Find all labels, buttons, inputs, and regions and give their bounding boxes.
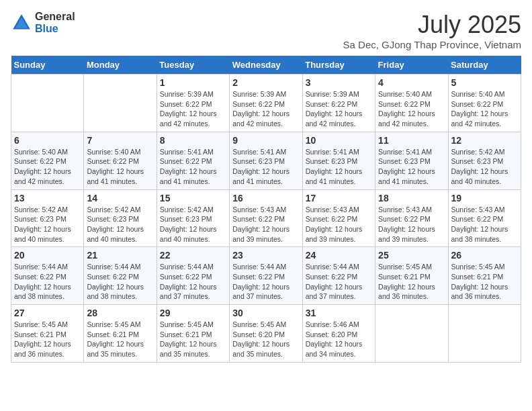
day-info: Sunrise: 5:39 AMSunset: 6:22 PMDaylight:… bbox=[306, 89, 372, 129]
day-info: Sunrise: 5:42 AMSunset: 6:23 PMDaylight:… bbox=[14, 205, 81, 244]
day-number: 8 bbox=[160, 135, 226, 146]
day-number: 28 bbox=[87, 308, 153, 318]
header-sunday: Sunday bbox=[11, 56, 84, 75]
header-saturday: Saturday bbox=[448, 56, 521, 75]
day-info: Sunrise: 5:41 AMSunset: 6:22 PMDaylight:… bbox=[160, 147, 226, 187]
day-info: Sunrise: 5:43 AMSunset: 6:22 PMDaylight:… bbox=[378, 205, 445, 244]
table-cell: 15Sunrise: 5:42 AMSunset: 6:23 PMDayligh… bbox=[157, 189, 229, 247]
day-info: Sunrise: 5:39 AMSunset: 6:22 PMDaylight:… bbox=[160, 89, 226, 129]
day-info: Sunrise: 5:41 AMSunset: 6:23 PMDaylight:… bbox=[232, 147, 299, 187]
table-cell: 14Sunrise: 5:42 AMSunset: 6:23 PMDayligh… bbox=[84, 189, 157, 247]
week-row-5: 27Sunrise: 5:45 AMSunset: 6:21 PMDayligh… bbox=[11, 305, 521, 363]
header-tuesday: Tuesday bbox=[157, 56, 229, 75]
location-title: Sa Dec, GJong Thap Province, Vietnam bbox=[343, 39, 521, 50]
table-cell bbox=[375, 305, 448, 363]
day-number: 2 bbox=[232, 77, 299, 88]
day-number: 19 bbox=[451, 193, 518, 203]
logo: General Blue bbox=[11, 11, 75, 34]
day-number: 16 bbox=[232, 193, 299, 203]
page-header: General Blue July 2025 Sa Dec, GJong Tha… bbox=[11, 11, 521, 50]
day-info: Sunrise: 5:43 AMSunset: 6:22 PMDaylight:… bbox=[451, 205, 518, 244]
day-info: Sunrise: 5:45 AMSunset: 6:21 PMDaylight:… bbox=[378, 262, 445, 302]
day-info: Sunrise: 5:46 AMSunset: 6:20 PMDaylight:… bbox=[306, 320, 372, 359]
day-info: Sunrise: 5:44 AMSunset: 6:22 PMDaylight:… bbox=[87, 262, 153, 302]
table-cell: 19Sunrise: 5:43 AMSunset: 6:22 PMDayligh… bbox=[448, 189, 521, 247]
table-cell: 29Sunrise: 5:45 AMSunset: 6:21 PMDayligh… bbox=[157, 305, 229, 363]
table-cell: 18Sunrise: 5:43 AMSunset: 6:22 PMDayligh… bbox=[375, 189, 448, 247]
table-cell: 1Sunrise: 5:39 AMSunset: 6:22 PMDaylight… bbox=[157, 75, 229, 132]
day-info: Sunrise: 5:45 AMSunset: 6:21 PMDaylight:… bbox=[451, 262, 518, 302]
table-cell: 7Sunrise: 5:40 AMSunset: 6:22 PMDaylight… bbox=[84, 132, 157, 189]
day-number: 4 bbox=[378, 77, 445, 88]
day-number: 10 bbox=[306, 135, 372, 146]
table-cell: 24Sunrise: 5:44 AMSunset: 6:22 PMDayligh… bbox=[302, 247, 375, 305]
table-cell: 30Sunrise: 5:45 AMSunset: 6:20 PMDayligh… bbox=[230, 305, 302, 363]
week-row-2: 6Sunrise: 5:40 AMSunset: 6:22 PMDaylight… bbox=[11, 132, 521, 189]
day-number: 24 bbox=[306, 250, 372, 261]
day-number: 23 bbox=[232, 250, 299, 261]
day-number: 5 bbox=[451, 77, 518, 88]
calendar-table: Sunday Monday Tuesday Wednesday Thursday… bbox=[11, 56, 521, 363]
day-number: 27 bbox=[14, 308, 81, 318]
table-cell: 3Sunrise: 5:39 AMSunset: 6:22 PMDaylight… bbox=[302, 75, 375, 132]
day-number: 29 bbox=[160, 308, 226, 318]
day-number: 1 bbox=[160, 77, 226, 88]
day-info: Sunrise: 5:41 AMSunset: 6:23 PMDaylight:… bbox=[306, 147, 372, 187]
table-cell: 4Sunrise: 5:40 AMSunset: 6:22 PMDaylight… bbox=[375, 75, 448, 132]
table-cell: 12Sunrise: 5:42 AMSunset: 6:23 PMDayligh… bbox=[448, 132, 521, 189]
logo-general: General bbox=[35, 11, 75, 23]
table-cell: 26Sunrise: 5:45 AMSunset: 6:21 PMDayligh… bbox=[448, 247, 521, 305]
table-cell: 10Sunrise: 5:41 AMSunset: 6:23 PMDayligh… bbox=[302, 132, 375, 189]
day-info: Sunrise: 5:44 AMSunset: 6:22 PMDaylight:… bbox=[14, 262, 81, 302]
day-number: 14 bbox=[87, 193, 153, 203]
header-wednesday: Wednesday bbox=[230, 56, 302, 75]
week-row-3: 13Sunrise: 5:42 AMSunset: 6:23 PMDayligh… bbox=[11, 189, 521, 247]
day-number: 18 bbox=[378, 193, 445, 203]
day-number: 20 bbox=[14, 250, 81, 261]
table-cell: 5Sunrise: 5:40 AMSunset: 6:22 PMDaylight… bbox=[448, 75, 521, 132]
table-cell: 25Sunrise: 5:45 AMSunset: 6:21 PMDayligh… bbox=[375, 247, 448, 305]
table-cell: 11Sunrise: 5:41 AMSunset: 6:23 PMDayligh… bbox=[375, 132, 448, 189]
day-info: Sunrise: 5:42 AMSunset: 6:23 PMDaylight:… bbox=[87, 205, 153, 244]
table-cell: 17Sunrise: 5:43 AMSunset: 6:22 PMDayligh… bbox=[302, 189, 375, 247]
day-number: 30 bbox=[232, 308, 299, 318]
day-number: 11 bbox=[378, 135, 445, 146]
table-cell: 9Sunrise: 5:41 AMSunset: 6:23 PMDaylight… bbox=[230, 132, 302, 189]
table-cell: 23Sunrise: 5:44 AMSunset: 6:22 PMDayligh… bbox=[230, 247, 302, 305]
day-number: 21 bbox=[87, 250, 153, 261]
day-number: 6 bbox=[14, 135, 81, 146]
day-info: Sunrise: 5:45 AMSunset: 6:21 PMDaylight:… bbox=[160, 320, 226, 359]
day-number: 12 bbox=[451, 135, 518, 146]
table-cell bbox=[84, 75, 157, 132]
day-info: Sunrise: 5:43 AMSunset: 6:22 PMDaylight:… bbox=[306, 205, 372, 244]
table-cell: 27Sunrise: 5:45 AMSunset: 6:21 PMDayligh… bbox=[11, 305, 84, 363]
table-cell: 31Sunrise: 5:46 AMSunset: 6:20 PMDayligh… bbox=[302, 305, 375, 363]
day-number: 13 bbox=[14, 193, 81, 203]
day-info: Sunrise: 5:44 AMSunset: 6:22 PMDaylight:… bbox=[306, 262, 372, 302]
day-info: Sunrise: 5:44 AMSunset: 6:22 PMDaylight:… bbox=[232, 262, 299, 302]
day-info: Sunrise: 5:43 AMSunset: 6:22 PMDaylight:… bbox=[232, 205, 299, 244]
header-friday: Friday bbox=[375, 56, 448, 75]
table-cell: 6Sunrise: 5:40 AMSunset: 6:22 PMDaylight… bbox=[11, 132, 84, 189]
day-number: 17 bbox=[306, 193, 372, 203]
table-cell: 2Sunrise: 5:39 AMSunset: 6:22 PMDaylight… bbox=[230, 75, 302, 132]
table-cell bbox=[448, 305, 521, 363]
day-info: Sunrise: 5:40 AMSunset: 6:22 PMDaylight:… bbox=[378, 89, 445, 129]
day-info: Sunrise: 5:44 AMSunset: 6:22 PMDaylight:… bbox=[160, 262, 226, 302]
table-cell: 20Sunrise: 5:44 AMSunset: 6:22 PMDayligh… bbox=[11, 247, 84, 305]
day-info: Sunrise: 5:40 AMSunset: 6:22 PMDaylight:… bbox=[87, 147, 153, 187]
day-info: Sunrise: 5:41 AMSunset: 6:23 PMDaylight:… bbox=[378, 147, 445, 187]
day-info: Sunrise: 5:40 AMSunset: 6:22 PMDaylight:… bbox=[14, 147, 81, 187]
day-info: Sunrise: 5:45 AMSunset: 6:21 PMDaylight:… bbox=[14, 320, 81, 359]
table-cell: 8Sunrise: 5:41 AMSunset: 6:22 PMDaylight… bbox=[157, 132, 229, 189]
day-number: 9 bbox=[232, 135, 299, 146]
logo-blue: Blue bbox=[35, 23, 75, 35]
day-number: 31 bbox=[306, 308, 372, 318]
title-area: July 2025 Sa Dec, GJong Thap Province, V… bbox=[343, 11, 521, 50]
day-number: 25 bbox=[378, 250, 445, 261]
weekday-header-row: Sunday Monday Tuesday Wednesday Thursday… bbox=[11, 56, 521, 75]
day-number: 22 bbox=[160, 250, 226, 261]
table-cell: 16Sunrise: 5:43 AMSunset: 6:22 PMDayligh… bbox=[230, 189, 302, 247]
table-cell bbox=[11, 75, 84, 132]
day-info: Sunrise: 5:45 AMSunset: 6:20 PMDaylight:… bbox=[232, 320, 299, 359]
